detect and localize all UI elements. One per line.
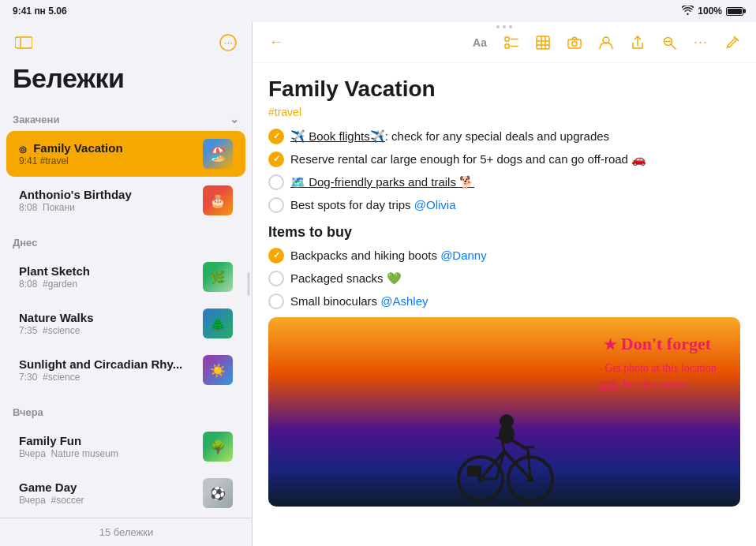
sidebar: ··· Бележки Закачени ⌄ ◎ Family Vacation <box>0 22 253 546</box>
svg-rect-8 <box>537 36 549 49</box>
thumbnail-family-fun: 🌳 <box>203 432 233 462</box>
note-title-family-fun: Family Fun <box>19 434 196 447</box>
detail-panel: ← Aa <box>253 22 756 546</box>
thumbnail-sunlight: ☀️ <box>203 355 233 385</box>
note-item-sunlight[interactable]: Sunlight and Circadian Rhy... 7:30 #scie… <box>6 347 245 393</box>
section-yesterday: Вчера <box>0 394 252 423</box>
check-1[interactable] <box>268 129 284 144</box>
note-item-game-day[interactable]: Game Day Вчера #soccer ⚽ <box>6 470 245 516</box>
status-time: 9:41 пн 5.06 <box>13 6 67 17</box>
compose-button[interactable] <box>721 32 743 54</box>
handwriting-annotation: ★ Don't forget - Get photo at this locat… <box>598 333 717 393</box>
checklist-item-5: Backpacks and hiking boots @Danny <box>268 247 740 264</box>
table-button[interactable] <box>532 32 554 54</box>
checklist-item-7: Small binoculars @Ashley <box>268 293 740 309</box>
thumbnail-nature: 🌲 <box>203 309 233 338</box>
handwriting-line1: ★ Don't forget <box>598 333 717 356</box>
pin-icon: ◎ <box>19 144 27 154</box>
person-button[interactable] <box>595 32 617 54</box>
svg-rect-4 <box>505 37 509 41</box>
share-button[interactable] <box>627 32 649 54</box>
checklist-text-6: Packaged snacks 💚 <box>290 270 402 286</box>
wifi-icon <box>682 6 694 17</box>
check-2[interactable] <box>268 151 284 167</box>
svg-point-14 <box>572 41 577 46</box>
checklist-text-1: ✈️ Book flights✈️: check for any special… <box>290 128 609 144</box>
note-item-family-vacation[interactable]: ◎ Family Vacation 9:41 #travel 🏖️ <box>6 131 245 177</box>
svg-rect-6 <box>505 44 509 48</box>
section-pinned: Закачени ⌄ <box>0 100 252 130</box>
section-today: Днес <box>0 224 252 253</box>
svg-point-33 <box>500 414 514 428</box>
font-style-button[interactable]: Aa <box>469 32 491 54</box>
svg-rect-0 <box>15 37 32 48</box>
mention-olivia: @Olivia <box>414 198 456 211</box>
note-title-family-vacation: ◎ Family Vacation <box>19 141 196 155</box>
sidebar-content[interactable]: Закачени ⌄ ◎ Family Vacation 9:41 #trave… <box>0 100 252 546</box>
note-meta-family-fun: Вчера Nature museum <box>19 448 196 459</box>
thumbnail-plant: 🌿 <box>203 262 233 292</box>
checklist-button[interactable] <box>500 32 522 54</box>
note-title-main: Family Vacation <box>268 76 740 103</box>
checklist-text-4: Best spots for day trips @Olivia <box>290 196 455 213</box>
note-hashtag: #travel <box>268 106 740 118</box>
back-arrow-icon[interactable]: ← <box>265 32 287 54</box>
checklist-text-2: Reserve rental car large enough for 5+ d… <box>290 151 646 167</box>
note-item-plant-sketch[interactable]: Plant Sketch 8:08 #garden 🌿 <box>6 254 245 300</box>
note-item-family-fun[interactable]: Family Fun Вчера Nature museum 🌳 <box>6 424 245 469</box>
camera-button[interactable] <box>563 32 586 54</box>
notes-count: 15 бележки <box>99 526 154 538</box>
sidebar-title: Бележки <box>0 63 252 100</box>
drag-dots <box>496 25 512 28</box>
status-bar: 9:41 пн 5.06 100% <box>0 0 756 22</box>
chevron-pinned[interactable]: ⌄ <box>230 113 239 125</box>
checklist-item-1: ✈️ Book flights✈️: check for any special… <box>268 128 740 144</box>
note-meta-family-vacation: 9:41 #travel <box>19 155 196 166</box>
checklist-item-6: Packaged snacks 💚 <box>268 270 740 286</box>
check-3[interactable] <box>268 174 284 190</box>
note-item-anthonios-birthday[interactable]: Anthonio's Birthday 8:08 Покани 🎂 <box>6 178 245 223</box>
battery-display: 100% <box>698 6 722 17</box>
checklist-section-2: Backpacks and hiking boots @Danny Packag… <box>268 247 740 309</box>
search-note-button[interactable] <box>658 32 680 54</box>
checklist-text-5: Backpacks and hiking boots @Danny <box>290 247 487 264</box>
checklist-section-1: ✈️ Book flights✈️: check for any special… <box>268 128 740 213</box>
sidebar-toolbar: ··· <box>0 22 252 63</box>
star-annotation: ★ <box>604 337 616 353</box>
section-pinned-label: Закачени <box>13 114 59 125</box>
checklist-item-4: Best spots for day trips @Olivia <box>268 196 740 213</box>
toolbar-icons: Aa <box>469 32 743 54</box>
mention-danny: @Danny <box>440 249 487 262</box>
thumbnail-game: ⚽ <box>203 478 233 508</box>
status-indicators: 100% <box>682 6 743 17</box>
check-6[interactable] <box>268 271 284 286</box>
mention-ashley: @Ashley <box>380 294 428 308</box>
svg-text:···: ··· <box>224 36 234 49</box>
checklist-item-2: Reserve rental car large enough for 5+ d… <box>268 151 740 167</box>
note-item-nature-walks[interactable]: Nature Walks 7:35 #science 🌲 <box>6 301 245 346</box>
checklist-text-7: Small binoculars @Ashley <box>290 293 428 309</box>
check-4[interactable] <box>268 197 284 213</box>
note-title-nature: Nature Walks <box>19 311 196 324</box>
check-7[interactable] <box>268 294 284 309</box>
resize-handle[interactable] <box>245 22 252 546</box>
thumbnail-family-vacation: 🏖️ <box>203 139 233 169</box>
svg-line-17 <box>672 44 676 49</box>
svg-rect-36 <box>467 466 481 477</box>
battery-icon <box>726 7 743 16</box>
thumbnail-birthday: 🎂 <box>203 185 233 215</box>
handwriting-line2: - Get photo at this location epic for ep… <box>598 361 717 392</box>
note-meta-game: Вчера #soccer <box>19 495 196 506</box>
section-yesterday-label: Вчера <box>13 406 43 418</box>
bike-silhouette <box>453 396 556 507</box>
note-title-birthday: Anthonio's Birthday <box>19 188 196 201</box>
more-options-button[interactable]: ··· <box>690 32 712 54</box>
note-title-plant: Plant Sketch <box>19 264 196 278</box>
detail-content[interactable]: Family Vacation #travel ✈️ Book flights✈… <box>253 63 756 546</box>
check-5[interactable] <box>268 248 284 264</box>
checklist-item-3: 🗺️ Dog-friendly parks and trails 🐕 <box>268 174 740 190</box>
detail-toolbar: ← Aa <box>253 22 756 63</box>
more-options-icon[interactable]: ··· <box>217 32 239 54</box>
sidebar-toggle-icon[interactable] <box>13 32 35 54</box>
note-title-game: Game Day <box>19 481 196 494</box>
